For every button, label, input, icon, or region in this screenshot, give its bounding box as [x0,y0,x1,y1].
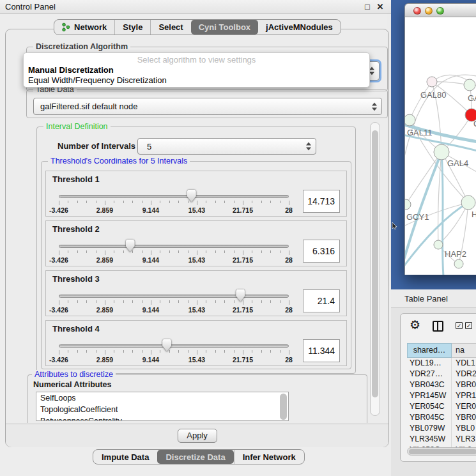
network-node-bottom-node[interactable] [454,259,463,268]
table-row[interactable]: YBL079WYBL0 [407,423,476,434]
table-header-row: shared… na [407,343,476,358]
axis-tick-label: 21.715 [233,356,253,364]
number-of-intervals-combobox[interactable]: 5 [137,138,316,155]
numerical-attributes-list[interactable]: SelfLoopsTopologicalCoefficientBetweenne… [36,392,289,421]
network-node-gal80[interactable] [427,77,437,87]
cell-name[interactable]: YDR2 [452,369,476,380]
panel-scrollbar-thumb[interactable] [372,130,378,397]
close-window-icon[interactable]: ✕ [374,0,386,14]
table-panel-body: ⚙ ✓ ✓ shared… na YDL19…YDL1YDR27…YDR2YBR… [400,313,476,462]
slider-tick [123,201,124,203]
threshold-value-field[interactable]: 6.316 [303,240,340,263]
network-canvas[interactable]: GAL80GACGAL11GAL4GCY1HHAP2 [404,17,476,275]
cell-shared-name[interactable]: YBR045C [407,412,452,423]
axis-tick-label: 28 [285,256,293,264]
cell-name[interactable]: YLR3 [452,434,476,445]
cell-shared-name[interactable]: YBL079W [407,423,452,434]
cell-name[interactable]: YDL1 [452,358,476,369]
columns-icon[interactable] [433,321,443,332]
network-node-gal4[interactable] [434,144,449,160]
attribute-list-item[interactable]: SelfLoops [36,392,288,404]
apply-strip: Apply [6,424,388,447]
network-node-gal11[interactable] [405,114,415,126]
table-horizontal-scrollbar[interactable] [407,447,476,456]
slider-tick [86,300,87,303]
cell-shared-name[interactable]: YDL19… [407,358,452,369]
threshold-value-field[interactable]: 21.4 [303,289,340,312]
slider-track[interactable] [59,245,289,248]
slider-tick [188,350,188,353]
table-scrollbar-thumb[interactable] [409,449,476,454]
dropdown-option-equal-width[interactable]: Equal Width/Frequency Discretization [28,75,167,85]
network-node-gcy1[interactable] [405,199,411,210]
checkbox-icon[interactable]: ✓ [456,322,463,329]
float-window-icon[interactable]: □ [362,0,373,14]
slider-tick [289,201,289,205]
cell-name[interactable]: YBL0 [452,423,476,434]
tab-select[interactable]: Select [150,20,190,35]
table-row[interactable]: YDR27…YDR2 [407,369,476,380]
dropdown-option-manual-discretization[interactable]: Manual Discretization [28,65,114,75]
slider-tick [280,201,280,203]
zoom-traffic-light-icon[interactable] [436,7,444,15]
slider-tick [132,300,133,303]
network-node-g-top[interactable] [464,79,475,91]
attribute-list-item[interactable]: TopologicalCoefficient [36,404,288,415]
table-data-group: Table Data galFiltered.sif default node [26,89,388,118]
cell-name[interactable]: YER0 [452,401,476,412]
slider-tick [160,250,160,253]
table-row[interactable]: YER054CYER0 [407,401,476,412]
table-row[interactable]: YPR145WYPR1 [407,390,476,401]
table-row[interactable]: YDL19…YDL1 [407,358,476,369]
slider-thumb[interactable] [236,289,245,302]
checkbox-icon[interactable]: ✓ [465,322,472,329]
table-row[interactable]: YLR345WYLR3 [407,434,476,445]
network-node-h-node[interactable] [461,196,475,210]
tab-discretize-data[interactable]: Discretize Data [157,450,233,464]
apply-button[interactable]: Apply [178,429,217,443]
cell-name[interactable]: YPR1 [452,390,476,401]
slider-thumb[interactable] [187,190,196,202]
cell-shared-name[interactable]: YPR145W [407,390,452,401]
list-scrollbar[interactable] [280,394,287,420]
slider-tick [86,250,87,253]
tab-jactivemnodules[interactable]: jActiveMNodules [258,20,341,35]
tab-impute-data[interactable]: Impute Data [93,450,157,464]
tab-infer-network[interactable]: Infer Network [234,450,304,464]
cell-name[interactable]: YBR0 [452,380,476,390]
slider-thumb[interactable] [126,240,135,252]
cell-shared-name[interactable]: YLR345W [407,434,452,445]
threshold-value-field[interactable]: 14.713 [303,190,340,213]
slider-track[interactable] [59,195,289,198]
tab-style[interactable]: Style [114,20,150,35]
threshold-value-field[interactable]: 11.344 [303,339,340,362]
cell-shared-name[interactable]: YBR043C [407,380,452,390]
tab-cyni-toolbox[interactable]: Cyni Toolbox [191,20,258,35]
slider-track[interactable] [59,295,289,298]
slider-tick [261,350,262,353]
slider-tick [234,350,234,353]
slider-tick [160,201,160,203]
number-of-intervals-label: Number of Intervals [58,138,135,155]
slider-track[interactable] [59,344,289,348]
table-row[interactable]: YBR043CYBR0 [407,380,476,390]
gear-icon[interactable]: ⚙ [410,318,420,332]
network-node-hap2[interactable] [434,240,443,249]
panel-scrollbar[interactable] [370,122,380,416]
table-row[interactable]: YBR045CYBR0 [407,412,476,423]
tab-network[interactable]: Network [54,20,114,35]
slider-tick [68,201,68,203]
close-traffic-light-icon[interactable] [413,7,421,15]
cell-shared-name[interactable]: YER054C [407,401,452,412]
network-graph: GAL80GACGAL11GAL4GCY1HHAP2 [405,17,476,275]
dropdown-placeholder[interactable]: Select algorithm to view settings [24,55,369,65]
table-data-combobox[interactable]: galFiltered.sif default node [33,98,382,115]
minimize-traffic-light-icon[interactable] [425,7,433,15]
slider-thumb[interactable] [162,339,171,351]
network-window-titlebar[interactable] [404,3,476,17]
column-header-shared-name[interactable]: shared… [407,343,452,358]
attribute-list-item[interactable]: BetweennessCentrality [36,415,288,421]
cell-shared-name[interactable]: YDR27… [407,369,452,380]
cell-name[interactable]: YBR0 [452,412,476,423]
column-header-name[interactable]: na [452,343,476,358]
